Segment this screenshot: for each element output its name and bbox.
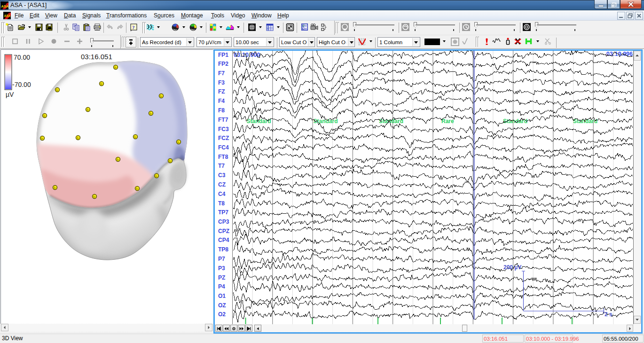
svg-text:ASA: ASA bbox=[1, 4, 9, 8]
svg-text:Standard: Standard bbox=[573, 118, 597, 125]
svg-text:70.00: 70.00 bbox=[14, 54, 30, 61]
svg-text:µV: µV bbox=[6, 91, 14, 98]
svg-text:Rare: Rare bbox=[441, 118, 454, 125]
svg-text:-70.00: -70.00 bbox=[12, 81, 31, 88]
svg-text:Standard: Standard bbox=[314, 118, 338, 125]
svg-text:200 µV: 200 µV bbox=[503, 264, 521, 271]
svg-text:2 s: 2 s bbox=[605, 311, 613, 318]
svg-text:Standard: Standard bbox=[247, 118, 271, 125]
svg-text:ASA: ASA bbox=[4, 14, 11, 17]
svg-text:?: ? bbox=[132, 24, 135, 30]
svg-text:03:16.051: 03:16.051 bbox=[81, 53, 112, 61]
